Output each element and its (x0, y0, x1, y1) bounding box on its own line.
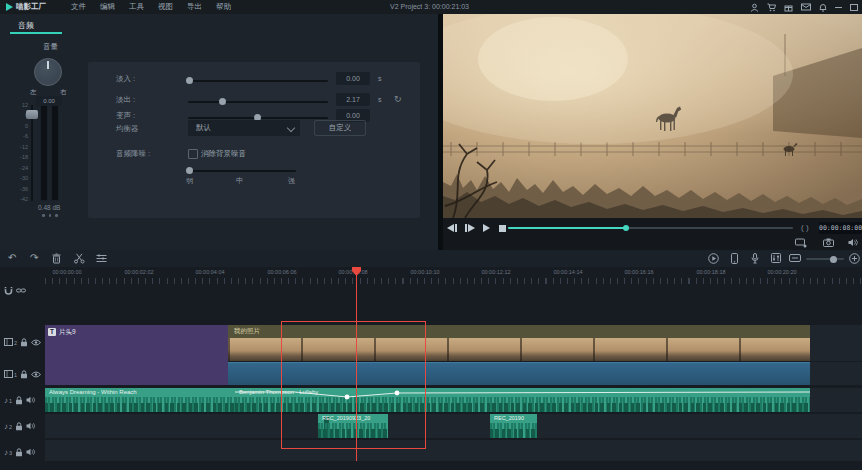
speaker-icon[interactable] (26, 448, 36, 458)
eye-icon[interactable] (31, 371, 41, 380)
speaker-icon[interactable] (26, 396, 36, 406)
app-logo-icon (6, 3, 13, 11)
window-minimize-button[interactable] (835, 7, 842, 8)
fade-in-slider-thumb[interactable] (186, 77, 193, 84)
user-icon[interactable] (750, 3, 759, 12)
lock-icon[interactable] (15, 448, 23, 459)
clip-audio-label: Always Dreaming - Within Reach (49, 389, 137, 395)
pitch-label: 变声 : (116, 111, 135, 121)
preview-tools (443, 238, 862, 250)
pitch-slider[interactable] (188, 117, 328, 119)
record-voiceover-icon[interactable] (751, 253, 759, 264)
track-header-video-1[interactable]: 1 (0, 368, 45, 382)
fade-in-unit: s (378, 75, 382, 82)
timeline-zoom-thumb[interactable] (830, 256, 837, 263)
window-maximize-button[interactable] (850, 4, 858, 11)
marker-icon[interactable] (789, 254, 801, 262)
fade-in-value[interactable]: 0.00 (336, 72, 370, 85)
db-scale: 126 0-6 -12-18 -24-30 -36-42 (8, 103, 28, 202)
phone-mirror-icon[interactable] (731, 253, 738, 264)
fade-in-slider[interactable] (188, 80, 328, 82)
fade-out-reset-icon[interactable]: ↻ (394, 95, 402, 104)
track-header-video-2[interactable]: 2 (0, 336, 45, 350)
trash-icon[interactable] (52, 253, 61, 264)
volume-balance-knob[interactable] (34, 58, 62, 86)
clip-audio-rec-2[interactable]: REC_20190 (490, 414, 537, 438)
volume-label: 音量 (43, 42, 58, 52)
seek-handle[interactable] (623, 225, 629, 231)
meter-pager-dots[interactable] (42, 214, 58, 217)
tab-audio[interactable]: 音频 (18, 20, 34, 31)
track-header-audio-3[interactable]: ♪ 3 (0, 446, 45, 460)
timeline-zoom-slider[interactable] (806, 258, 844, 260)
volume-fader-track[interactable] (31, 105, 33, 201)
fade-in-label: 淡入 : (116, 74, 135, 84)
equalizer-preset-value: 默认 (196, 123, 211, 132)
lock-icon[interactable] (20, 338, 28, 349)
stop-button[interactable] (499, 225, 506, 232)
undo-icon[interactable]: ↶ (8, 252, 16, 264)
track-header-audio-1[interactable]: ♪ 1 (0, 394, 45, 408)
menu-help[interactable]: 帮助 (216, 2, 231, 12)
seek-progress (508, 227, 626, 229)
audio-mixer-icon[interactable] (771, 253, 781, 263)
cart-icon[interactable] (767, 3, 776, 12)
audio-track-icon: ♪ (4, 449, 8, 457)
scissors-icon[interactable] (74, 253, 85, 264)
title-badge-icon: T (48, 328, 56, 336)
track-header-audio-2[interactable]: ♪ 2 (0, 420, 45, 434)
menu-edit[interactable]: 编辑 (100, 2, 115, 12)
transport-bar: ( ) 00:00:08:00 (443, 218, 862, 238)
ruler-label: 00:00:04:04 (195, 269, 224, 275)
equalizer-label: 均衡器 (116, 124, 139, 134)
tracks-area[interactable]: T 片头9 我的照片 Always Dreaming - Within Reac… (45, 284, 862, 470)
clip-title[interactable]: T 片头9 (45, 325, 228, 385)
video-editor-app: 喵影工厂 文件 编辑 工具 视图 导出 帮助 V2 Project 3: 00:… (0, 0, 862, 470)
fade-out-slider[interactable] (188, 101, 328, 103)
equalizer-preset-dropdown[interactable]: 默认 (188, 120, 300, 136)
menu-tools[interactable]: 工具 (129, 2, 144, 12)
mail-icon[interactable] (801, 3, 811, 11)
fade-out-slider-thumb[interactable] (219, 98, 226, 105)
tab-active-underline (10, 32, 62, 34)
link-icon[interactable] (16, 286, 26, 297)
video-preview[interactable] (443, 14, 862, 218)
denoise-strength-thumb[interactable] (186, 167, 193, 174)
lock-icon[interactable] (20, 370, 28, 381)
window-title: V2 Project 3: 00:00:21:03 (390, 3, 469, 10)
video-track-icon (4, 338, 13, 348)
denoise-level-strong: 强 (288, 176, 295, 186)
snapshot-camera-icon[interactable] (823, 238, 834, 249)
play-button[interactable] (483, 224, 490, 232)
denoise-strength-slider[interactable] (188, 170, 296, 172)
menu-view[interactable]: 视图 (158, 2, 173, 12)
timeline-ruler[interactable]: 00:00:00:00 00:00:02:02 00:00:04:04 00:0… (0, 267, 862, 285)
gift-icon[interactable] (784, 3, 793, 12)
preview-volume-icon[interactable] (848, 238, 859, 249)
denoise-checkbox[interactable] (188, 149, 198, 159)
mirror-screen-icon[interactable] (795, 238, 807, 250)
menu-export[interactable]: 导出 (187, 2, 202, 12)
knob-pointer (47, 61, 49, 69)
speaker-icon[interactable] (26, 422, 36, 432)
redo-icon[interactable]: ↷ (30, 252, 38, 264)
playhead-line[interactable] (356, 267, 357, 461)
zoom-fit-icon[interactable] (849, 253, 860, 264)
render-preview-icon[interactable] (708, 253, 719, 264)
lock-icon[interactable] (15, 396, 23, 407)
denoise-level-weak: 弱 (186, 176, 193, 186)
menu-file[interactable]: 文件 (71, 2, 86, 12)
eye-icon[interactable] (31, 339, 41, 348)
equalizer-customize-button[interactable]: 自定义 (314, 120, 366, 136)
bell-icon[interactable] (819, 3, 827, 12)
lock-icon[interactable] (15, 422, 23, 433)
clip-audio-within-reach[interactable]: Always Dreaming - Within Reach (45, 388, 235, 412)
prev-frame-button[interactable] (447, 224, 457, 232)
next-frame-button[interactable] (465, 224, 475, 232)
volume-fader-thumb[interactable] (26, 110, 38, 119)
track-manager-icon[interactable] (96, 254, 107, 263)
mark-in-out-icon[interactable]: ( ) (801, 223, 809, 232)
fade-out-value[interactable]: 2.17 (336, 93, 370, 106)
preview-seek-bar[interactable] (508, 227, 793, 229)
magnet-icon[interactable] (4, 286, 13, 297)
